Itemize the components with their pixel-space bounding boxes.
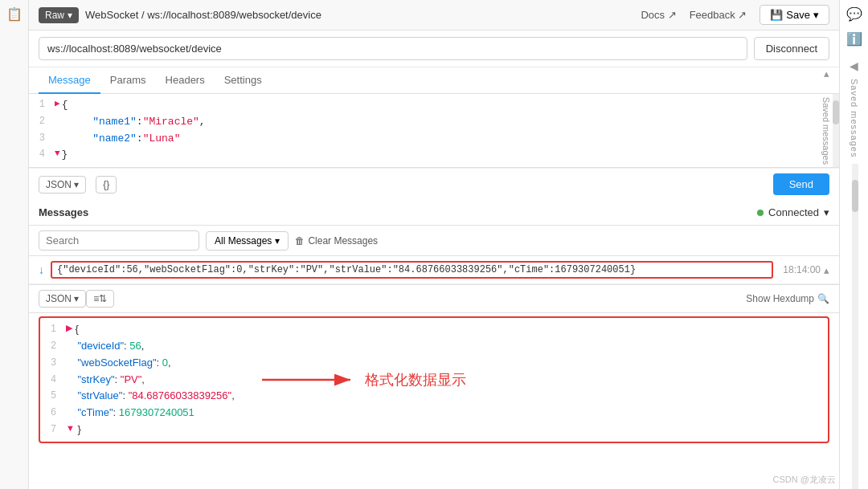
connected-dot	[757, 210, 764, 216]
json-detail-format-btn[interactable]: JSON ▾	[39, 290, 86, 308]
json-detail-content: 1 ▶ { 2 "deviceId": 56, 3 "webSocketFlag…	[39, 316, 829, 443]
json-detail-toolbar: JSON ▾ ≡⇅ Show Hexdump 🔍	[29, 285, 839, 313]
save-icon: 💾	[770, 9, 783, 21]
save-button[interactable]: 💾 Save ▾	[760, 5, 829, 25]
editor-line-2: 2 "name1":"Miracle",	[29, 114, 839, 131]
clear-button[interactable]: 🗑 Clear Messages	[295, 235, 378, 247]
editor-scroll-thumb	[833, 100, 839, 124]
filter-button[interactable]: All Messages ▾	[206, 231, 289, 251]
format-dropdown[interactable]: JSON ▾	[39, 176, 86, 194]
detail-line-7: 7 ▼ }	[40, 422, 828, 438]
message-expand-icon[interactable]: ▴	[824, 264, 829, 276]
connected-badge: Connected ▾	[757, 206, 829, 218]
editor-collapse-icon[interactable]: ▴	[824, 67, 829, 93]
messages-collapse-icon[interactable]: ▾	[824, 206, 829, 218]
editor-line-3: 3 "name2":"Luna"	[29, 131, 839, 148]
save-dropdown-icon: ▾	[813, 9, 819, 21]
format-label: JSON	[46, 179, 72, 190]
tab-headers[interactable]: Headers	[156, 67, 215, 94]
raw-button[interactable]: Raw ▾	[39, 7, 79, 23]
detail-line-2: 2 "deviceId": 56,	[40, 338, 828, 355]
editor-content[interactable]: 1 ▶ { 2 "name1":"Miracle", 3 "name2":"Lu…	[29, 94, 839, 167]
left-sidebar: 📋	[0, 0, 29, 489]
filter-dropdown-icon: ▾	[275, 235, 280, 247]
disconnect-button[interactable]: Disconnect	[754, 37, 829, 60]
tabs-bar: Message Params Headers Settings ▴	[29, 67, 839, 94]
saved-messages-vertical: Saved messages	[850, 79, 859, 157]
tab-params[interactable]: Params	[100, 67, 156, 94]
detail-line-3: 3 "webSocketFlag": 0,	[40, 355, 828, 372]
detail-line-4: 4 "strKey": "PV",	[40, 372, 828, 389]
sidebar-icon-notes[interactable]: 📋	[6, 6, 23, 22]
json-format-label: JSON	[46, 293, 72, 304]
breadcrumb-type: WebSocket	[85, 9, 138, 21]
message-row-0[interactable]: ↓ {"deviceId":56,"webSocketFlag":0,"strK…	[29, 256, 839, 283]
filter-label: All Messages	[215, 235, 272, 247]
message-time: 18:14:00	[783, 264, 821, 275]
trash-icon: 🗑	[295, 235, 305, 247]
breadcrumb-url: ws://localhost:8089/websocket/device	[147, 9, 321, 21]
hexdump-button[interactable]: Show Hexdump 🔍	[746, 293, 829, 304]
hexdump-search-icon: 🔍	[817, 293, 829, 304]
json-sort-icon: ≡⇅	[93, 293, 107, 304]
messages-header: Messages Connected ▾	[29, 200, 839, 226]
detail-line-5: 5 "strValue": "84.68766033839256",	[40, 388, 828, 405]
detail-line-1: 1 ▶ {	[40, 321, 828, 338]
detail-line-6: 6 "cTime": 1679307240051	[40, 405, 828, 422]
right-scrollbar[interactable]	[852, 164, 858, 489]
saved-messages-container: Saved messages	[850, 79, 859, 157]
json-format-icon: ▾	[74, 293, 79, 304]
json-detail-sort-btn[interactable]: ≡⇅	[86, 290, 114, 308]
save-label: Save	[786, 9, 810, 21]
editor-line-4: 4 ▼ }	[29, 147, 839, 164]
messages-section: Messages Connected ▾ All Messages ▾ 🗑 Cl…	[29, 200, 839, 489]
raw-dropdown-icon[interactable]: ▾	[68, 10, 72, 21]
tab-settings[interactable]: Settings	[215, 67, 272, 94]
breadcrumb: WebSocket / ws://localhost:8089/websocke…	[85, 9, 321, 21]
sidebar-icon-chat[interactable]: 💬	[846, 6, 862, 22]
format-json-btn[interactable]: {}	[96, 176, 117, 194]
json-detail-panel: JSON ▾ ≡⇅ Show Hexdump 🔍 1	[29, 284, 839, 446]
send-button[interactable]: Send	[773, 173, 829, 195]
main-content: Raw ▾ WebSocket / ws://localhost:8089/we…	[29, 0, 839, 489]
sidebar-icon-info[interactable]: ℹ️	[846, 31, 862, 47]
raw-label: Raw	[45, 10, 64, 21]
right-scroll-thumb	[852, 180, 858, 212]
feedback-link[interactable]: Feedback ↗	[690, 9, 747, 21]
message-direction-icon: ↓	[39, 263, 44, 276]
messages-filter: All Messages ▾ 🗑 Clear Messages	[29, 226, 839, 256]
url-bar: Disconnect	[29, 31, 839, 67]
format-json-icon: {}	[103, 179, 109, 190]
docs-link[interactable]: Docs ↗	[641, 9, 676, 21]
tab-message[interactable]: Message	[39, 67, 100, 94]
url-input[interactable]	[39, 37, 747, 60]
watermark: CSDN @龙凌云	[773, 474, 836, 486]
clear-label: Clear Messages	[308, 235, 378, 247]
messages-title: Messages	[39, 206, 88, 218]
editor-toolbar: JSON ▾ {} Send	[29, 168, 839, 200]
hexdump-label: Show Hexdump	[746, 293, 814, 304]
editor-area: 1 ▶ { 2 "name1":"Miracle", 3 "name2":"Lu…	[29, 94, 839, 168]
top-bar: Raw ▾ WebSocket / ws://localhost:8089/we…	[29, 0, 839, 31]
right-sidebar: 💬 ℹ️ ◀ Saved messages	[839, 0, 868, 489]
editor-scrollbar[interactable]	[833, 94, 839, 167]
editor-line-1: 1 ▶ {	[29, 97, 839, 114]
json-detail-body: 1 ▶ { 2 "deviceId": 56, 3 "webSocketFlag…	[29, 316, 839, 443]
connected-label: Connected	[768, 206, 819, 218]
search-input[interactable]	[39, 230, 199, 251]
top-bar-right: Docs ↗ Feedback ↗ 💾 Save ▾	[641, 5, 829, 25]
format-dropdown-icon: ▾	[74, 179, 79, 190]
sidebar-icon-arrow-left[interactable]: ◀	[850, 59, 858, 72]
message-content: {"deviceId":56,"webSocketFlag":0,"strKey…	[51, 261, 773, 279]
message-item-0: ↓ {"deviceId":56,"webSocketFlag":0,"strK…	[29, 256, 839, 284]
